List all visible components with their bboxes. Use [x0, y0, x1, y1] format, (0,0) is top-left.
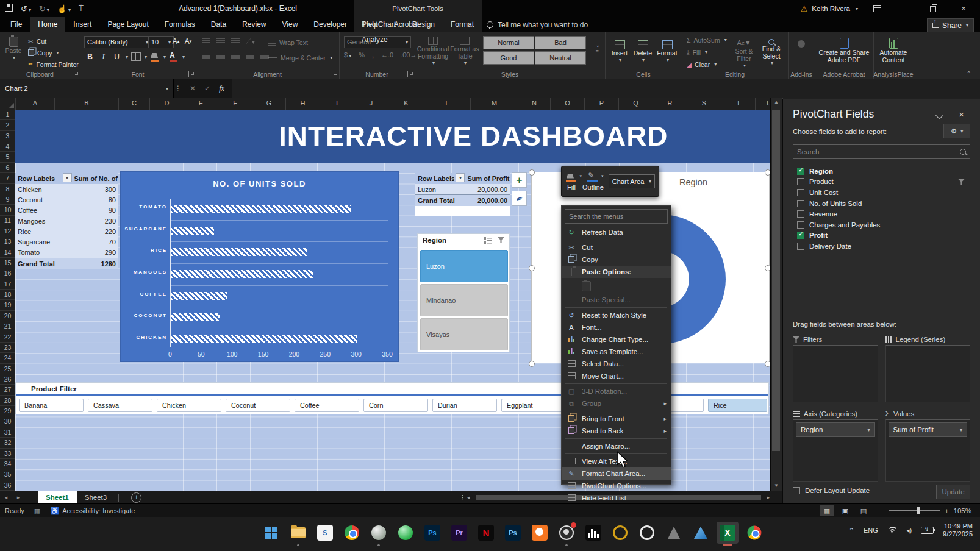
tab-design[interactable]: Design	[404, 17, 443, 32]
column-header[interactable]: Q	[619, 98, 653, 110]
empty-cell[interactable]	[415, 206, 510, 216]
product-item-corn[interactable]: Corn	[363, 399, 428, 412]
orientation-icon[interactable]: ⟋▾	[246, 37, 254, 46]
taskbar-file-explorer[interactable]	[287, 522, 309, 544]
table-cell[interactable]: Coconut	[15, 194, 71, 205]
chart-selection-handle[interactable]	[529, 265, 535, 271]
row-header[interactable]: 26	[0, 374, 15, 385]
column-header[interactable]: F	[218, 98, 252, 110]
tab-data[interactable]: Data	[203, 17, 234, 32]
sort-filter-button[interactable]: AZ▼ Sort &Filter▾	[732, 36, 756, 69]
multi-select-icon[interactable]	[484, 237, 492, 244]
tab-page-layout[interactable]: Page Layout	[99, 17, 156, 32]
taskbar-utility-app[interactable]	[663, 522, 685, 544]
column-header[interactable]: T	[721, 98, 756, 110]
column-header[interactable]: J	[354, 98, 388, 110]
fields-search-input[interactable]: Search	[793, 144, 970, 159]
column-header[interactable]: O	[551, 98, 585, 110]
bar[interactable]	[171, 313, 220, 321]
clear-button[interactable]: ◢Clear▾	[687, 59, 727, 69]
column-header[interactable]: S	[687, 98, 721, 110]
taskbar-netflix[interactable]: N	[475, 522, 497, 544]
column-header[interactable]: H	[286, 98, 320, 110]
table-cell[interactable]: 290	[71, 247, 118, 258]
row-header[interactable]: 5	[0, 152, 15, 162]
autosum-button[interactable]: ΣAutoSum▾	[687, 35, 727, 45]
table-cell[interactable]: Luzon	[415, 184, 463, 194]
chart-selection-handle[interactable]	[529, 361, 535, 367]
taskbar-photoshop-2[interactable]: Ps	[502, 522, 524, 544]
menu-item-bring-to-front[interactable]: Bring to Front▸	[562, 413, 671, 425]
row-header[interactable]: 15	[0, 258, 15, 268]
units-bar-chart[interactable]: NO. OF UNITS SOLD TOMATO SUGARCANE RICE …	[120, 171, 399, 362]
row-header[interactable]: 30	[0, 416, 15, 427]
normal-view-button[interactable]: ▦	[820, 505, 834, 516]
cell-style-neutral[interactable]: Neutral	[535, 51, 586, 65]
row-header[interactable]: 20	[0, 311, 15, 321]
tab-formulas[interactable]: Formulas	[157, 17, 203, 32]
row-header[interactable]: 29	[0, 406, 15, 416]
bar[interactable]	[171, 205, 351, 213]
sheet-nav-right-icon[interactable]: ▸	[12, 491, 24, 504]
product-item-rice[interactable]: Rice	[708, 399, 767, 412]
battery-icon[interactable]	[921, 527, 934, 534]
taskbar-app-circle-light[interactable]	[368, 522, 390, 544]
taskbar-prism-app[interactable]	[690, 522, 712, 544]
addins-button[interactable]	[790, 37, 812, 48]
menu-item-font[interactable]: AFont...	[562, 321, 671, 333]
collapse-ribbon-button[interactable]: ⌃	[967, 70, 971, 77]
checkbox-icon[interactable]	[797, 221, 804, 229]
row-header[interactable]: 17	[0, 279, 15, 290]
profit-filter-button[interactable]: ▾	[456, 173, 465, 182]
cell-style-good[interactable]: Good	[483, 51, 534, 65]
font-color-button[interactable]: A	[168, 51, 179, 62]
checkbox-icon[interactable]	[797, 243, 804, 250]
styles-gallery-more-button[interactable]: ⌄≡	[595, 42, 600, 54]
row-header[interactable]: 27	[0, 385, 15, 395]
chart-selection-handle[interactable]	[765, 169, 770, 176]
column-header[interactable]: B	[55, 98, 119, 110]
row-header[interactable]: 9	[0, 194, 15, 205]
cut-button[interactable]: ✂Cut	[28, 36, 79, 46]
cell-style-normal[interactable]: Normal	[483, 36, 534, 49]
row-header[interactable]: 34	[0, 459, 15, 469]
table-cell[interactable]: Sugarcane	[15, 236, 71, 247]
field-region[interactable]: Region	[797, 166, 966, 177]
zoom-slider[interactable]	[889, 510, 940, 511]
paste-option-button[interactable]	[562, 278, 671, 294]
column-header[interactable]: A	[16, 98, 55, 110]
taskbar-chrome[interactable]	[341, 522, 363, 544]
shrink-font-button[interactable]: A▾	[182, 36, 194, 47]
row-header[interactable]: 16	[0, 268, 15, 279]
row-header[interactable]: 6	[0, 163, 15, 173]
vertical-scrollbar[interactable]: ▲ ▼	[770, 98, 782, 491]
name-box[interactable]: Chart 2▾	[0, 79, 174, 98]
sheet-nav-left-icon[interactable]: ◂	[0, 491, 12, 504]
field-revenue[interactable]: Revenue	[797, 208, 966, 219]
volume-icon[interactable]: ◂)	[906, 527, 912, 535]
column-header[interactable]: P	[585, 98, 619, 110]
row-header[interactable]: 13	[0, 236, 15, 247]
paste-button[interactable]: Paste▾	[2, 34, 24, 62]
user-name[interactable]: Keith Rivera	[812, 5, 850, 12]
legend-drop-area[interactable]	[885, 345, 971, 402]
tray-chevron-up-icon[interactable]: ⌃	[849, 527, 854, 535]
pane-chevron-down-icon[interactable]	[935, 112, 943, 119]
percent-format-icon[interactable]: %	[359, 51, 365, 59]
chart-selection-handle[interactable]	[765, 361, 770, 367]
field-charges[interactable]: Charges and Payables	[797, 219, 966, 230]
tab-home[interactable]: Home	[30, 17, 65, 32]
defer-layout-checkbox[interactable]	[793, 487, 800, 494]
insert-cells-button[interactable]: Insert▾	[610, 37, 629, 64]
row-header[interactable]: 32	[0, 438, 15, 448]
share-button[interactable]: Share▾	[927, 18, 974, 32]
menu-item-cut[interactable]: ✂Cut	[562, 241, 671, 254]
vertical-scroll-thumb[interactable]	[772, 110, 780, 451]
field-unit-cost[interactable]: Unit Cost	[797, 187, 966, 198]
table-cell[interactable]: Chicken	[15, 184, 71, 194]
axis-field-chip[interactable]: Region▾	[796, 422, 875, 437]
field-profit[interactable]: Profit	[797, 230, 966, 241]
checkbox-icon[interactable]	[797, 189, 804, 196]
row-header[interactable]: 1	[0, 110, 15, 120]
taskbar-start-button[interactable]	[260, 522, 282, 544]
